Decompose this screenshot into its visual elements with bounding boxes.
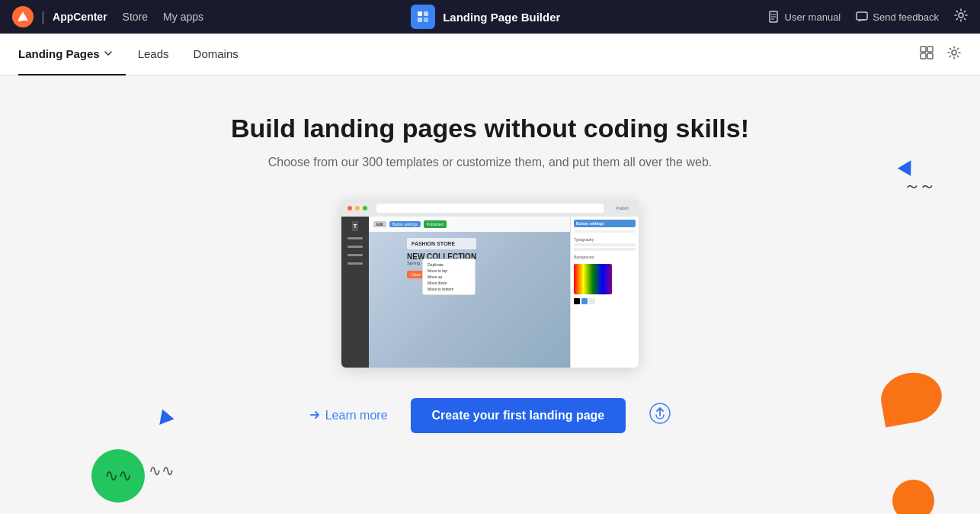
mock-canvas-toolbar: Edit Button settings Published — [369, 217, 570, 232]
leads-nav-item[interactable]: Leads — [126, 34, 181, 75]
mock-sidebar-icon-4 — [347, 262, 363, 265]
mock-swatch-blue — [581, 298, 588, 304]
domains-nav-item[interactable]: Domains — [181, 34, 251, 75]
learn-more-button[interactable]: Learn more — [309, 409, 388, 422]
landing-page-builder-icon — [416, 10, 430, 24]
deco-green-circle: ∿∿ — [91, 449, 145, 503]
deco-squiggle-right: ～～ — [904, 175, 934, 198]
brand-logo-area[interactable]: | AppCenter — [12, 6, 107, 27]
main-content: ～～ Build landing pages without coding sk… — [0, 75, 980, 514]
my-apps-nav-link[interactable]: My apps — [163, 11, 203, 23]
mock-ctx-item-2: Move to top — [425, 268, 472, 274]
mock-content-area: T Edit Button settings Published FASH — [341, 217, 639, 368]
mock-sidebar-icon-3 — [347, 254, 363, 256]
mock-ctx-item-5: Move to bottom — [425, 286, 472, 292]
sub-navigation: Landing Pages Leads Domains — [0, 34, 980, 75]
mock-brand-label: FASHION STORE — [407, 238, 476, 249]
mock-url-bar — [376, 204, 604, 213]
cta-row: Learn more Create your first landing pag… — [309, 398, 672, 433]
mock-canvas: Edit Button settings Published FASHION S… — [369, 217, 570, 368]
landing-pages-nav-item[interactable]: Landing Pages — [18, 34, 126, 75]
upload-icon — [649, 402, 671, 425]
domains-label: Domains — [194, 47, 239, 60]
mock-browser-bar: Publish — [341, 200, 639, 217]
landing-pages-chevron-icon — [103, 48, 114, 59]
top-navigation: | AppCenter Store My apps Landing Page B… — [0, 0, 980, 34]
deco-arrow-left-area — [156, 413, 171, 426]
mock-minimize-dot — [355, 206, 360, 210]
mock-color-swatches — [574, 298, 636, 304]
deco-squiggle-green-icon: ∿∿ — [104, 466, 132, 486]
mock-sidebar-icon-2 — [347, 246, 363, 248]
mock-context-menu: Duplicate Move to top Move up Move down … — [422, 259, 476, 295]
send-feedback-label: Send feedback — [873, 11, 939, 23]
hero-title: Build landing pages without coding skill… — [231, 114, 749, 143]
brand-divider: | — [41, 9, 45, 25]
app-badge: Landing Page Builder — [411, 5, 560, 29]
leads-label: Leads — [138, 47, 169, 60]
grid-view-icon[interactable] — [919, 45, 934, 64]
mock-publish-main-btn: Published — [424, 220, 447, 228]
semrush-logo-icon — [12, 6, 34, 27]
svg-rect-3 — [418, 18, 422, 22]
mock-color-picker — [574, 264, 612, 294]
upload-button[interactable] — [649, 402, 671, 430]
mock-ctx-item-1: Duplicate — [425, 262, 472, 268]
mock-ctx-item-3: Move up — [425, 274, 472, 280]
svg-point-15 — [952, 50, 956, 55]
mock-publish-btn: Publish — [613, 204, 633, 212]
landing-pages-label: Landing Pages — [18, 47, 100, 60]
svg-point-10 — [959, 13, 963, 18]
mock-panel-row-2 — [574, 248, 636, 251]
mock-panel-label-1: Typography — [574, 237, 636, 242]
deco-blue-arrow-icon — [898, 156, 918, 176]
svg-rect-14 — [927, 53, 933, 59]
mock-close-dot — [347, 206, 352, 210]
user-manual-button[interactable]: User manual — [768, 11, 841, 23]
store-nav-link[interactable]: Store — [123, 11, 148, 23]
svg-rect-13 — [921, 53, 926, 59]
svg-rect-1 — [418, 11, 422, 16]
deco-squiggle-after-icon: ∿∿ — [149, 461, 175, 480]
deco-bottom-right-circle — [892, 480, 934, 514]
user-manual-icon — [768, 11, 780, 23]
learn-more-arrow-icon — [309, 410, 321, 422]
learn-more-label: Learn more — [325, 409, 388, 422]
svg-rect-9 — [857, 12, 867, 20]
svg-rect-4 — [424, 18, 428, 22]
mock-left-sidebar: T — [341, 217, 369, 368]
mock-panel-title: Button settings — [574, 220, 636, 227]
app-icon — [411, 5, 435, 29]
mock-panel-section-1 — [574, 230, 636, 233]
app-name-label: Landing Page Builder — [443, 11, 560, 24]
svg-rect-12 — [927, 47, 933, 52]
mock-maximize-dot — [363, 206, 367, 210]
svg-rect-2 — [424, 11, 428, 16]
builder-screenshot-image: Publish T Edit Button settings — [341, 200, 639, 368]
appcenter-label: AppCenter — [53, 11, 107, 23]
mock-menu-item-2: Button settings — [389, 221, 421, 227]
mock-ctx-item-4: Move down — [425, 280, 472, 286]
svg-rect-11 — [921, 47, 926, 52]
feedback-icon — [856, 11, 868, 23]
mock-right-panel: Button settings Typography Background — [570, 217, 639, 368]
create-landing-page-button[interactable]: Create your first landing page — [411, 398, 626, 433]
product-screenshot: Publish T Edit Button settings — [341, 200, 639, 368]
deco-top-right-area — [900, 159, 915, 173]
mock-menu-item-1: Edit — [373, 221, 386, 227]
send-feedback-button[interactable]: Send feedback — [856, 11, 939, 23]
mock-swatch-black — [574, 298, 580, 304]
mock-panel-row-1 — [574, 243, 636, 246]
mock-sidebar-icon-1 — [347, 237, 363, 239]
deco-orange-shape — [877, 368, 946, 428]
user-manual-label: User manual — [785, 11, 841, 23]
settings-sub-icon[interactable] — [946, 45, 962, 64]
mock-swatch-gray — [589, 298, 595, 304]
mock-panel-label-2: Background — [574, 255, 636, 259]
top-nav-right-actions: User manual Send feedback — [768, 8, 968, 25]
hero-subtitle: Choose from our 300 templates or customi… — [268, 156, 713, 169]
deco-blue-arrow-left-icon — [154, 410, 175, 430]
sub-nav-icons-area — [919, 45, 962, 64]
settings-icon[interactable] — [954, 8, 968, 25]
mock-toolbar-t: T — [352, 221, 359, 231]
